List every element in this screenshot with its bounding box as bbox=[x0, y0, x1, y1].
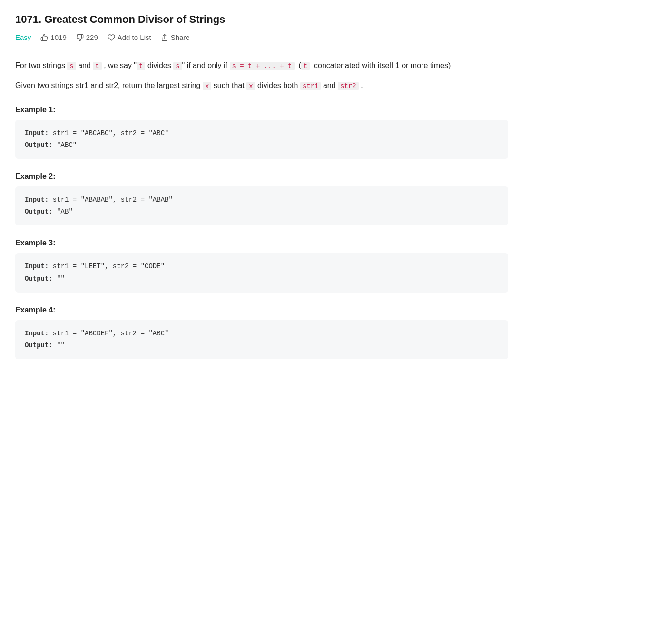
downvote-button[interactable]: 229 bbox=[76, 33, 98, 41]
problem-description: For two strings s and t , we say "t divi… bbox=[15, 59, 508, 92]
upvote-count: 1019 bbox=[50, 33, 66, 41]
example-4-input: Input: str1 = "ABCDEF", str2 = "ABC" bbox=[25, 328, 499, 340]
example-4-title: Example 4: bbox=[15, 306, 508, 314]
difficulty-badge: Easy bbox=[15, 33, 31, 41]
thumbs-up-icon bbox=[40, 34, 48, 41]
example-3-output: Output: "" bbox=[25, 273, 499, 285]
problem-title: 1071. Greatest Common Divisor of Strings bbox=[15, 13, 508, 26]
example-3-block: Input: str1 = "LEET", str2 = "CODE" Outp… bbox=[15, 253, 508, 292]
example-2: Example 2: Input: str1 = "ABABAB", str2 … bbox=[15, 172, 508, 225]
upvote-button[interactable]: 1019 bbox=[40, 33, 66, 41]
example-2-input: Input: str1 = "ABABAB", str2 = "ABAB" bbox=[25, 194, 499, 206]
example-4-block: Input: str1 = "ABCDEF", str2 = "ABC" Out… bbox=[15, 320, 508, 359]
add-to-list-button[interactable]: Add to List bbox=[108, 33, 151, 41]
share-icon bbox=[161, 34, 168, 41]
share-button[interactable]: Share bbox=[161, 33, 190, 41]
heart-icon bbox=[108, 34, 115, 41]
example-1: Example 1: Input: str1 = "ABCABC", str2 … bbox=[15, 106, 508, 159]
example-3-title: Example 3: bbox=[15, 239, 508, 247]
example-4: Example 4: Input: str1 = "ABCDEF", str2 … bbox=[15, 306, 508, 359]
meta-bar: Easy 1019 229 Add to List Share bbox=[15, 33, 508, 49]
example-1-input: Input: str1 = "ABCABC", str2 = "ABC" bbox=[25, 127, 499, 139]
add-to-list-label: Add to List bbox=[118, 33, 151, 41]
share-label: Share bbox=[171, 33, 190, 41]
examples-container: Example 1: Input: str1 = "ABCABC", str2 … bbox=[15, 106, 508, 360]
downvote-count: 229 bbox=[86, 33, 98, 41]
example-1-block: Input: str1 = "ABCABC", str2 = "ABC" Out… bbox=[15, 120, 508, 159]
example-2-output: Output: "AB" bbox=[25, 206, 499, 218]
example-3: Example 3: Input: str1 = "LEET", str2 = … bbox=[15, 239, 508, 292]
example-4-output: Output: "" bbox=[25, 340, 499, 351]
thumbs-down-icon bbox=[76, 34, 84, 41]
example-3-input: Input: str1 = "LEET", str2 = "CODE" bbox=[25, 261, 499, 273]
example-2-title: Example 2: bbox=[15, 172, 508, 181]
example-1-output: Output: "ABC" bbox=[25, 139, 499, 151]
example-1-title: Example 1: bbox=[15, 106, 508, 114]
description-paragraph-1: For two strings s and t , we say "t divi… bbox=[15, 59, 508, 72]
description-paragraph-2: Given two strings str1 and str2, return … bbox=[15, 79, 508, 92]
example-2-block: Input: str1 = "ABABAB", str2 = "ABAB" Ou… bbox=[15, 186, 508, 225]
